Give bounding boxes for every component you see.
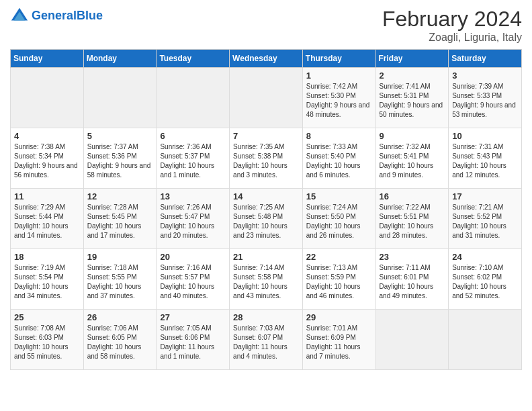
day-info: Sunrise: 7:31 AM Sunset: 5:43 PM Dayligh…: [452, 142, 518, 180]
day-number: 22: [306, 252, 372, 262]
calendar-cell: [449, 310, 522, 370]
logo-text: GeneralBlue: [32, 9, 103, 23]
day-info: Sunrise: 7:18 AM Sunset: 5:55 PM Dayligh…: [87, 263, 153, 301]
day-info: Sunrise: 7:03 AM Sunset: 6:07 PM Dayligh…: [233, 324, 299, 361]
day-number: 16: [380, 191, 445, 201]
day-number: 24: [452, 252, 518, 262]
page-header: GeneralBlue February 2024 Zoagli, Liguri…: [10, 7, 522, 44]
calendar-cell: [375, 310, 449, 370]
day-info: Sunrise: 7:29 AM Sunset: 5:44 PM Dayligh…: [14, 203, 80, 240]
day-info: Sunrise: 7:01 AM Sunset: 6:09 PM Dayligh…: [306, 324, 372, 361]
calendar-week-row: 18Sunrise: 7:19 AM Sunset: 5:54 PM Dayli…: [11, 249, 522, 310]
calendar-cell: [11, 68, 84, 128]
calendar-cell: 9Sunrise: 7:32 AM Sunset: 5:41 PM Daylig…: [375, 128, 449, 189]
day-info: Sunrise: 7:35 AM Sunset: 5:38 PM Dayligh…: [233, 142, 299, 180]
calendar-cell: 8Sunrise: 7:33 AM Sunset: 5:40 PM Daylig…: [302, 128, 375, 189]
calendar-cell: 22Sunrise: 7:13 AM Sunset: 5:59 PM Dayli…: [302, 249, 375, 310]
day-of-week-header: Sunday: [11, 50, 84, 68]
day-number: 27: [160, 312, 226, 322]
day-number: 19: [87, 252, 153, 262]
day-number: 6: [160, 131, 226, 141]
day-number: 28: [233, 312, 299, 322]
calendar-cell: 4Sunrise: 7:38 AM Sunset: 5:34 PM Daylig…: [11, 128, 84, 189]
calendar-cell: 23Sunrise: 7:11 AM Sunset: 6:01 PM Dayli…: [375, 249, 449, 310]
day-info: Sunrise: 7:22 AM Sunset: 5:51 PM Dayligh…: [380, 203, 445, 240]
day-number: 25: [14, 312, 80, 322]
calendar-cell: 29Sunrise: 7:01 AM Sunset: 6:09 PM Dayli…: [302, 310, 375, 370]
calendar-cell: 21Sunrise: 7:14 AM Sunset: 5:58 PM Dayli…: [230, 249, 303, 310]
calendar-week-row: 11Sunrise: 7:29 AM Sunset: 5:44 PM Dayli…: [11, 189, 522, 249]
calendar-body: 1Sunrise: 7:42 AM Sunset: 5:30 PM Daylig…: [11, 68, 522, 370]
day-number: 1: [306, 71, 372, 81]
day-info: Sunrise: 7:10 AM Sunset: 6:02 PM Dayligh…: [452, 263, 518, 301]
day-info: Sunrise: 7:19 AM Sunset: 5:54 PM Dayligh…: [14, 263, 80, 301]
day-number: 11: [14, 191, 80, 201]
day-info: Sunrise: 7:33 AM Sunset: 5:40 PM Dayligh…: [306, 142, 372, 180]
day-info: Sunrise: 7:36 AM Sunset: 5:37 PM Dayligh…: [160, 142, 226, 180]
day-info: Sunrise: 7:37 AM Sunset: 5:36 PM Dayligh…: [87, 142, 153, 180]
calendar-cell: 20Sunrise: 7:16 AM Sunset: 5:57 PM Dayli…: [157, 249, 230, 310]
calendar-cell: [157, 68, 230, 128]
day-info: Sunrise: 7:42 AM Sunset: 5:30 PM Dayligh…: [306, 82, 372, 120]
day-number: 12: [87, 191, 153, 201]
day-info: Sunrise: 7:21 AM Sunset: 5:52 PM Dayligh…: [452, 203, 518, 240]
logo-general: General: [32, 9, 77, 22]
logo-blue: Blue: [77, 9, 103, 22]
day-info: Sunrise: 7:39 AM Sunset: 5:33 PM Dayligh…: [452, 82, 518, 120]
day-number: 8: [306, 131, 372, 141]
day-number: 21: [233, 252, 299, 262]
day-number: 10: [452, 131, 518, 141]
calendar-cell: 19Sunrise: 7:18 AM Sunset: 5:55 PM Dayli…: [83, 249, 157, 310]
day-number: 5: [87, 131, 153, 141]
calendar-cell: 6Sunrise: 7:36 AM Sunset: 5:37 PM Daylig…: [157, 128, 230, 189]
logo-icon: [10, 7, 29, 26]
logo: GeneralBlue: [10, 7, 103, 26]
day-of-week-header: Tuesday: [157, 50, 230, 68]
day-of-week-header: Saturday: [449, 50, 522, 68]
calendar-cell: 10Sunrise: 7:31 AM Sunset: 5:43 PM Dayli…: [449, 128, 522, 189]
day-number: 23: [380, 252, 445, 262]
day-of-week-header: Thursday: [302, 50, 375, 68]
calendar-cell: 5Sunrise: 7:37 AM Sunset: 5:36 PM Daylig…: [83, 128, 157, 189]
day-info: Sunrise: 7:26 AM Sunset: 5:47 PM Dayligh…: [160, 203, 226, 240]
day-of-week-header: Monday: [83, 50, 157, 68]
calendar-cell: 17Sunrise: 7:21 AM Sunset: 5:52 PM Dayli…: [449, 189, 522, 249]
day-number: 14: [233, 191, 299, 201]
calendar-cell: 14Sunrise: 7:25 AM Sunset: 5:48 PM Dayli…: [230, 189, 303, 249]
title-block: February 2024 Zoagli, Liguria, Italy: [382, 7, 522, 44]
calendar-header-row: SundayMondayTuesdayWednesdayThursdayFrid…: [11, 50, 522, 68]
day-number: 17: [452, 191, 518, 201]
calendar-week-row: 4Sunrise: 7:38 AM Sunset: 5:34 PM Daylig…: [11, 128, 522, 189]
day-info: Sunrise: 7:08 AM Sunset: 6:03 PM Dayligh…: [14, 324, 80, 361]
day-number: 9: [380, 131, 445, 141]
day-info: Sunrise: 7:24 AM Sunset: 5:50 PM Dayligh…: [306, 203, 372, 240]
day-number: 26: [87, 312, 153, 322]
calendar-cell: 27Sunrise: 7:05 AM Sunset: 6:06 PM Dayli…: [157, 310, 230, 370]
calendar-cell: 1Sunrise: 7:42 AM Sunset: 5:30 PM Daylig…: [302, 68, 375, 128]
calendar-cell: 2Sunrise: 7:41 AM Sunset: 5:31 PM Daylig…: [375, 68, 449, 128]
calendar-cell: 13Sunrise: 7:26 AM Sunset: 5:47 PM Dayli…: [157, 189, 230, 249]
calendar-cell: 25Sunrise: 7:08 AM Sunset: 6:03 PM Dayli…: [11, 310, 84, 370]
calendar-week-row: 25Sunrise: 7:08 AM Sunset: 6:03 PM Dayli…: [11, 310, 522, 370]
calendar-cell: 24Sunrise: 7:10 AM Sunset: 6:02 PM Dayli…: [449, 249, 522, 310]
calendar-cell: 16Sunrise: 7:22 AM Sunset: 5:51 PM Dayli…: [375, 189, 449, 249]
day-number: 7: [233, 131, 299, 141]
day-info: Sunrise: 7:32 AM Sunset: 5:41 PM Dayligh…: [380, 142, 445, 180]
day-info: Sunrise: 7:11 AM Sunset: 6:01 PM Dayligh…: [380, 263, 445, 301]
day-number: 29: [306, 312, 372, 322]
calendar-table: SundayMondayTuesdayWednesdayThursdayFrid…: [10, 49, 522, 370]
day-number: 4: [14, 131, 80, 141]
calendar-cell: 15Sunrise: 7:24 AM Sunset: 5:50 PM Dayli…: [302, 189, 375, 249]
page-subtitle: Zoagli, Liguria, Italy: [382, 32, 522, 44]
calendar-cell: 12Sunrise: 7:28 AM Sunset: 5:45 PM Dayli…: [83, 189, 157, 249]
page-title: February 2024: [382, 7, 522, 32]
day-info: Sunrise: 7:16 AM Sunset: 5:57 PM Dayligh…: [160, 263, 226, 301]
day-number: 2: [380, 71, 445, 81]
calendar-cell: 3Sunrise: 7:39 AM Sunset: 5:33 PM Daylig…: [449, 68, 522, 128]
day-info: Sunrise: 7:38 AM Sunset: 5:34 PM Dayligh…: [14, 142, 80, 180]
day-info: Sunrise: 7:41 AM Sunset: 5:31 PM Dayligh…: [380, 82, 445, 120]
day-info: Sunrise: 7:06 AM Sunset: 6:05 PM Dayligh…: [87, 324, 153, 361]
calendar-cell: 11Sunrise: 7:29 AM Sunset: 5:44 PM Dayli…: [11, 189, 84, 249]
day-info: Sunrise: 7:13 AM Sunset: 5:59 PM Dayligh…: [306, 263, 372, 301]
calendar-cell: [83, 68, 157, 128]
